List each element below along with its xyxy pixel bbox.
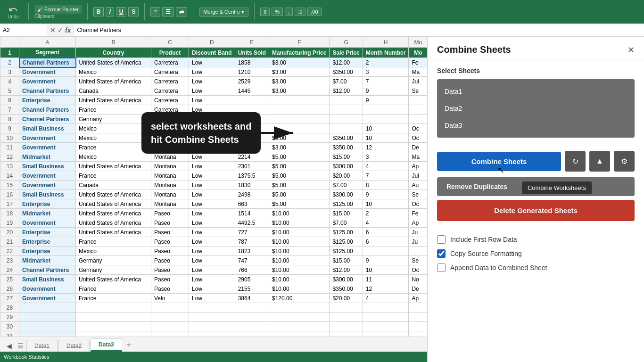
cell-r17-c4[interactable]: 663 (235, 199, 269, 209)
cell-r29-c7[interactable] (363, 313, 409, 322)
cell-r23-c3[interactable]: Low (189, 256, 235, 265)
cell-r6-c7[interactable]: 9 (363, 96, 409, 105)
underline-button[interactable]: U (116, 7, 127, 16)
cell-r21-c7[interactable]: 6 (363, 237, 409, 247)
cell-r18-c4[interactable]: 1514 (235, 209, 269, 218)
cell-r4-c6[interactable]: $7.00 (330, 77, 363, 86)
cell-r25-c4[interactable]: 2905 (235, 275, 269, 284)
cell-r11-c6[interactable]: $350.00 (330, 143, 363, 152)
cell-r6-c5[interactable] (269, 96, 330, 105)
cell-r25-c0[interactable]: Small Business (19, 275, 76, 284)
cell-r4-c3[interactable]: Low (189, 77, 235, 86)
cell-r2-c1[interactable]: United States of America (76, 58, 151, 67)
up-button[interactable]: ▲ (589, 151, 610, 172)
cell-r22-c5[interactable]: $10.00 (269, 247, 330, 256)
cell-r19-c6[interactable]: $7.00 (330, 218, 363, 228)
cell-r28-c4[interactable] (235, 303, 269, 313)
cell-r7-c7[interactable] (363, 105, 409, 115)
cell-r8-c7[interactable] (363, 115, 409, 124)
cell-r15-c5[interactable]: $5.00 (269, 181, 330, 190)
cell-r7-c1[interactable]: France (76, 105, 151, 115)
cell-r22-c4[interactable]: 1823 (235, 247, 269, 256)
cell-r18-c5[interactable]: $10.00 (269, 209, 330, 218)
cell-r15-c1[interactable]: Canada (76, 181, 151, 190)
cell-r19-c4[interactable]: 4492.5 (235, 218, 269, 228)
cell-r13-c2[interactable]: Montana (151, 162, 189, 171)
include-first-row-checkbox[interactable] (437, 235, 446, 244)
strikethrough-button[interactable]: S (128, 7, 139, 16)
cell-r21-c3[interactable]: Low (189, 237, 235, 247)
cell-r27-c1[interactable]: France (76, 294, 151, 303)
cell-r21-c4[interactable]: 787 (235, 237, 269, 247)
cell-r26-c0[interactable]: Government (19, 284, 76, 294)
cell-r19-c2[interactable]: Paseo (151, 218, 189, 228)
cell-r27-c2[interactable]: Velo (151, 294, 189, 303)
cell-r26-c3[interactable]: Low (189, 284, 235, 294)
cell-r16-c6[interactable]: $300.00 (330, 190, 363, 199)
cell-r15-c0[interactable]: Government (19, 181, 76, 190)
cell-r26-c5[interactable]: $10.00 (269, 284, 330, 294)
col-header-b[interactable]: B (76, 37, 151, 48)
cell-r25-c5[interactable]: $10.00 (269, 275, 330, 284)
cell-r6-c4[interactable] (235, 96, 269, 105)
cell-r30-c1[interactable] (76, 322, 151, 331)
cell-r28-c2[interactable] (151, 303, 189, 313)
cell-r23-c5[interactable]: $10.00 (269, 256, 330, 265)
cell-r26-c8[interactable]: De (409, 284, 427, 294)
tab-prev-button[interactable]: ◀ (4, 340, 15, 352)
sheet-list-item-data1[interactable]: Data1 (437, 83, 635, 100)
cell-r23-c2[interactable]: Paseo (151, 256, 189, 265)
cell-r15-c8[interactable]: Au (409, 181, 427, 190)
cell-r28-c3[interactable] (189, 303, 235, 313)
cell-r23-c4[interactable]: 747 (235, 256, 269, 265)
cell-r23-c1[interactable]: Germany (76, 256, 151, 265)
cell-r24-c6[interactable]: $12.00 (330, 265, 363, 275)
cell-r6-c3[interactable]: Low (189, 96, 235, 105)
refresh-button[interactable]: ↻ (565, 151, 586, 172)
cell-r12-c7[interactable]: 3 (363, 152, 409, 162)
cell-r20-c2[interactable]: Paseo (151, 228, 189, 237)
cell-r17-c8[interactable]: Oc (409, 199, 427, 209)
cell-r14-c5[interactable]: $5.00 (269, 171, 330, 181)
bold-button[interactable]: B (93, 7, 104, 16)
cell-r31-c0[interactable] (19, 331, 76, 337)
cell-r27-c4[interactable]: 3864 (235, 294, 269, 303)
align-left-button[interactable]: ≡ (150, 7, 160, 16)
col-header-e[interactable]: E (235, 37, 269, 48)
cell-r25-c6[interactable]: $300.00 (330, 275, 363, 284)
cell-r11-c7[interactable]: 12 (363, 143, 409, 152)
cell-r10-c7[interactable]: 10 (363, 133, 409, 143)
cell-r30-c5[interactable] (269, 322, 330, 331)
cell-r25-c3[interactable]: Low (189, 275, 235, 284)
cell-r15-c2[interactable]: Montana (151, 181, 189, 190)
cell-r26-c7[interactable]: 12 (363, 284, 409, 294)
cell-r25-c2[interactable]: Paseo (151, 275, 189, 284)
cell-r20-c0[interactable]: Enterprise (19, 228, 76, 237)
cell-r6-c0[interactable]: Enterprise (19, 96, 76, 105)
cell-r31-c6[interactable] (330, 331, 363, 337)
cell-r21-c5[interactable]: $10.00 (269, 237, 330, 247)
cell-r17-c5[interactable]: $5.00 (269, 199, 330, 209)
cell-r16-c8[interactable]: Se (409, 190, 427, 199)
cell-r4-c5[interactable]: $3.00 (269, 77, 330, 86)
cell-r21-c8[interactable]: Ju (409, 237, 427, 247)
cell-r2-c5[interactable]: $3.00 (269, 58, 330, 67)
cell-r3-c7[interactable]: 3 (363, 67, 409, 77)
col-header-f[interactable]: F (269, 37, 330, 48)
cell-r12-c0[interactable]: Midmarket (19, 152, 76, 162)
cell-r13-c5[interactable]: $5.00 (269, 162, 330, 171)
cell-r11-c1[interactable]: France (76, 143, 151, 152)
col-header-a[interactable]: A (19, 37, 76, 48)
cell-r4-c4[interactable]: 2529 (235, 77, 269, 86)
cell-r23-c7[interactable]: 9 (363, 256, 409, 265)
cell-r2-c7[interactable]: 2 (363, 58, 409, 67)
cell-r19-c5[interactable]: $10.00 (269, 218, 330, 228)
cell-r30-c3[interactable] (189, 322, 235, 331)
cell-r13-c1[interactable]: United States of America (76, 162, 151, 171)
cell-r5-c2[interactable]: Carretera (151, 86, 189, 96)
cell-r10-c8[interactable]: Oc (409, 133, 427, 143)
cell-r3-c8[interactable]: Ma (409, 67, 427, 77)
cell-r16-c4[interactable]: 2498 (235, 190, 269, 199)
cell-r29-c4[interactable] (235, 313, 269, 322)
cell-r2-c3[interactable]: Low (189, 58, 235, 67)
